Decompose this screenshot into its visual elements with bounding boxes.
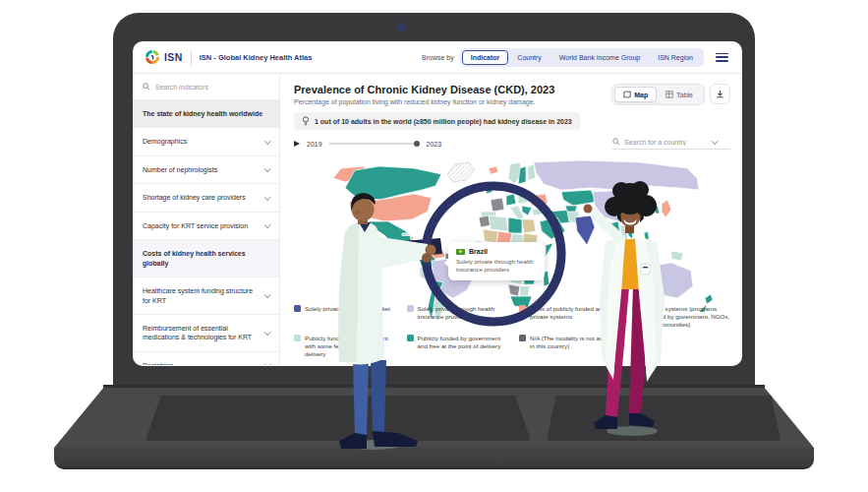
insight-banner: 1 out of 10 adults in the world (≥850 mi… — [294, 112, 580, 130]
sidebar-search[interactable] — [133, 74, 279, 100]
map-icon — [623, 91, 631, 98]
illustration-doctor-left — [319, 187, 447, 453]
sidebar-item[interactable]: Demographics — [133, 128, 279, 155]
app-header: ISN ISN - Global Kidney Health Atlas Bro… — [133, 41, 742, 74]
timeline-start-year: 2019 — [307, 141, 322, 148]
sidebar-item[interactable]: The state of kidney health worldwide — [133, 100, 279, 128]
legend-swatch — [294, 305, 301, 312]
sidebar-item[interactable]: Number of nephrologists — [133, 156, 279, 184]
country-search-input[interactable] — [624, 139, 709, 146]
country-search[interactable] — [612, 138, 730, 150]
illustration-doctor-right — [578, 179, 691, 443]
isn-logo-text: ISN — [164, 51, 183, 63]
browse-tabs: Indicator Country World Bank Income Grou… — [460, 48, 704, 67]
lightbulb-icon — [302, 116, 310, 126]
chevron-down-icon — [264, 221, 270, 227]
timeline-knob[interactable] — [414, 141, 420, 147]
timeline-slider[interactable] — [329, 143, 420, 145]
chevron-down-icon — [264, 329, 270, 335]
sidebar-item[interactable]: Capacity for KRT service provision — [133, 213, 279, 240]
app-title: ISN - Global Kidney Health Atlas — [200, 53, 313, 62]
chevron-down-icon — [264, 138, 270, 144]
browse-tab[interactable]: Country — [508, 50, 550, 65]
browse-tab[interactable]: World Bank Income Group — [550, 50, 649, 65]
tooltip-country: Brazil — [469, 248, 488, 255]
search-indicators-input[interactable] — [155, 84, 254, 91]
isn-logo-icon — [145, 49, 160, 65]
divider — [191, 50, 192, 65]
chevron-down-icon — [712, 138, 718, 144]
search-icon — [612, 138, 620, 146]
download-icon — [716, 90, 724, 98]
search-icon — [143, 83, 150, 91]
sidebar-item[interactable]: Shortage of kidney care providers — [133, 184, 279, 212]
timeline-end-year: 2023 — [427, 141, 442, 148]
browse-tab[interactable]: Indicator — [462, 50, 509, 65]
menu-icon[interactable] — [716, 53, 728, 62]
timeline: 2019 2023 — [294, 138, 730, 150]
map-tooltip: Brazil Solely private through health ins… — [448, 242, 545, 280]
chevron-down-icon — [264, 361, 270, 365]
table-view-button[interactable]: Table — [657, 87, 702, 102]
view-toggle: Map Table — [611, 84, 705, 105]
isn-logo[interactable]: ISN — [133, 49, 183, 65]
view-controls: Map Table — [611, 84, 730, 105]
sidebar-item[interactable]: Costs of kidney health services globally — [133, 240, 279, 277]
webcam-dot — [397, 23, 406, 31]
chevron-down-icon — [264, 291, 270, 297]
tooltip-description: Solely private through health insurance … — [456, 258, 537, 275]
page-title: Prevalence of Chronic Kidney Disease (CK… — [294, 84, 554, 95]
insight-text: 1 out of 10 adults in the world (≥850 mi… — [315, 118, 572, 125]
browse-nav: Browse by Indicator Country World Bank I… — [422, 48, 704, 67]
chevron-down-icon — [264, 194, 270, 200]
sidebar-item[interactable]: Healthcare system funding structure for … — [133, 277, 279, 315]
browse-tab[interactable]: ISN Region — [649, 50, 702, 65]
browse-by-label: Browse by — [422, 54, 454, 61]
sidebar-item[interactable]: Registries — [133, 352, 279, 365]
sidebar: The state of kidney health worldwide Dem… — [133, 74, 280, 365]
chevron-down-icon — [264, 165, 270, 171]
table-icon — [665, 91, 673, 98]
sidebar-item[interactable]: Reimbursement of essential medications &… — [133, 315, 279, 352]
map-view-button[interactable]: Map — [614, 87, 657, 102]
play-icon[interactable] — [294, 141, 300, 147]
sidebar-items: The state of kidney health worldwide Dem… — [133, 100, 279, 365]
legend-swatch — [294, 335, 301, 341]
page-subtitle: Percentage of population living with red… — [294, 98, 554, 105]
page: ISN ISN - Global Kidney Health Atlas Bro… — [0, 0, 868, 492]
brazil-flag-icon — [456, 249, 465, 255]
download-button[interactable] — [710, 84, 730, 104]
